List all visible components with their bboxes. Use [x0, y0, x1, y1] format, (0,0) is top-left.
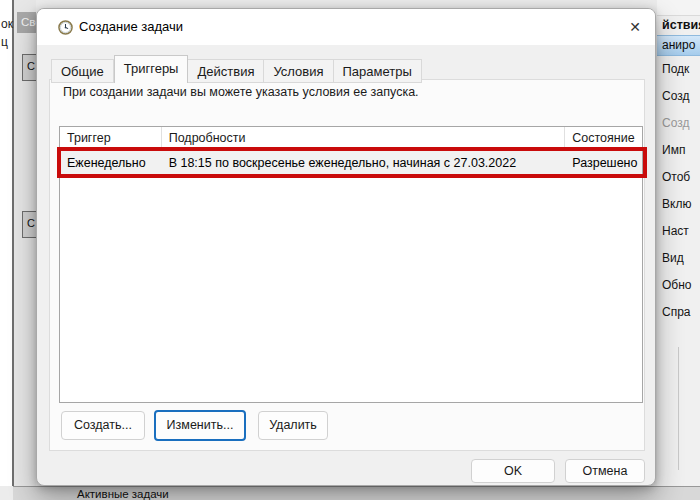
cell-trigger: Еженедельно	[60, 151, 162, 175]
table-header-row: Триггер Подробности Состояние	[60, 127, 642, 151]
triggers-table[interactable]: Триггер Подробности Состояние Еженедельн…	[59, 126, 643, 403]
tab-strip: Общие Триггеры Действия Условия Параметр…	[51, 55, 422, 83]
tab-actions[interactable]: Действия	[188, 59, 264, 83]
create-task-dialog: Создание задачи ✕ Общие Триггеры Действи…	[36, 8, 656, 486]
header-trigger[interactable]: Триггер	[60, 127, 162, 150]
actions-panel-item[interactable]: Спра	[657, 299, 700, 326]
cell-state: Разрешено	[565, 151, 642, 175]
actions-panel-divider	[678, 347, 679, 470]
actions-panel-header: йствия	[662, 18, 700, 32]
actions-panel-item[interactable]: Подк	[657, 56, 700, 83]
tab-general[interactable]: Общие	[51, 59, 114, 83]
actions-panel-item[interactable]: Отоб	[657, 164, 700, 191]
header-details[interactable]: Подробности	[162, 127, 566, 150]
actions-panel-item[interactable]: Имп	[657, 137, 700, 164]
actions-panel-items: Подк Созд Созд Имп Отоб Вклю Наст Вид Об…	[657, 56, 700, 326]
actions-panel-item[interactable]: Созд	[657, 83, 700, 110]
header-state[interactable]: Состояние	[565, 127, 642, 150]
background-text-fragment: ок	[1, 17, 13, 31]
clock-icon	[58, 20, 73, 35]
trigger-row[interactable]: Еженедельно В 18:15 по воскресенье ежене…	[60, 151, 642, 176]
tab-conditions[interactable]: Условия	[264, 59, 333, 83]
actions-panel-item: Созд	[657, 110, 700, 137]
create-button[interactable]: Создать...	[61, 411, 145, 440]
tab-settings[interactable]: Параметры	[334, 59, 422, 83]
edit-button[interactable]: Изменить...	[154, 410, 246, 441]
trigger-description: При создании задачи вы можете указать ус…	[63, 85, 419, 99]
close-icon[interactable]: ✕	[623, 16, 647, 38]
background-properties-pane: Сво С С	[14, 0, 36, 486]
delete-button[interactable]: Удалить	[258, 411, 328, 440]
cancel-button[interactable]: Отмена	[565, 459, 645, 483]
background-text-fragment: ц	[1, 35, 8, 49]
dialog-title: Создание задачи	[79, 19, 183, 34]
actions-panel-item[interactable]: Обно	[657, 272, 700, 299]
actions-panel-item[interactable]: Вид	[657, 245, 700, 272]
actions-panel-item[interactable]: Наст	[657, 218, 700, 245]
background-window-left: ок ц	[0, 0, 14, 486]
actions-panel-item[interactable]: Вклю	[657, 191, 700, 218]
actions-panel: йствия аниро Подк Созд Созд Имп Отоб Вкл…	[657, 0, 700, 486]
actions-panel-selected-item[interactable]: аниро	[657, 35, 700, 56]
task-scheduler-screen: ок ц Сво С С Активные задачи йствия анир…	[0, 0, 700, 500]
cell-details: В 18:15 по воскресенье еженедельно, начи…	[162, 151, 566, 175]
background-properties-header: Сво	[17, 12, 36, 33]
actions-panel-toolbar	[657, 0, 700, 16]
dialog-title-bar: Создание задачи ✕	[37, 9, 655, 45]
active-tasks-label: Активные задачи	[77, 488, 169, 500]
tab-triggers[interactable]: Триггеры	[114, 55, 189, 83]
ok-button[interactable]: OK	[471, 459, 555, 483]
active-tasks-bar: Активные задачи	[13, 486, 700, 500]
